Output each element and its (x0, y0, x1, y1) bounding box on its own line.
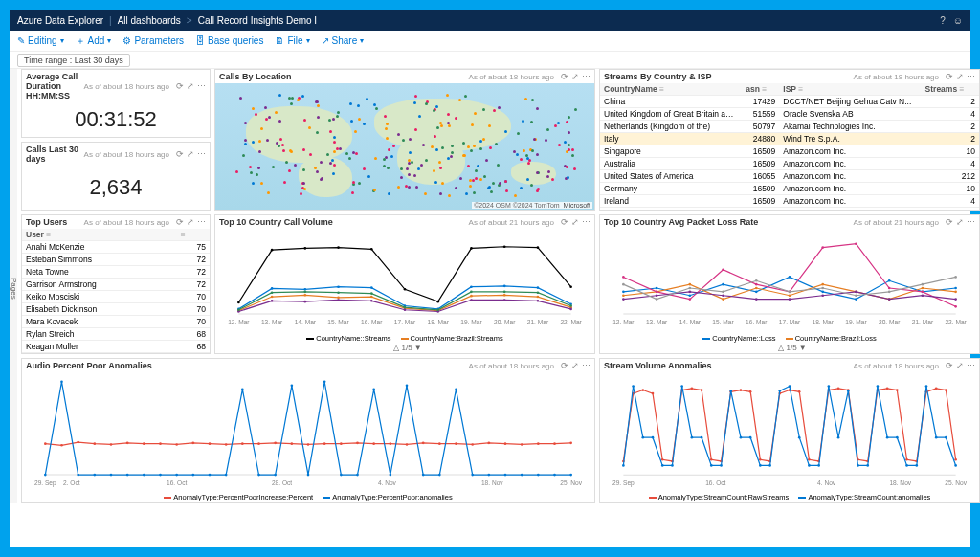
plus-icon: ＋ (76, 34, 85, 48)
svg-point-97 (855, 242, 858, 245)
table-row[interactable]: Keiko Mosciski70 (22, 291, 210, 303)
breadcrumb-root[interactable]: All dashboards (118, 15, 181, 26)
share-menu[interactable]: ↗Share▾ (322, 35, 365, 46)
svg-point-242 (945, 389, 947, 391)
table-row[interactable]: United Kingdom of Great Britain and...51… (600, 108, 979, 121)
refresh-icon[interactable]: ⟳ (176, 217, 184, 227)
refresh-icon[interactable]: ⟳ (561, 72, 568, 81)
expand-icon[interactable]: ⤢ (956, 72, 964, 81)
add-menu[interactable]: ＋Add▾ (76, 34, 112, 48)
isp-table[interactable]: CountryName ≡asn ≡ISP ≡Streams ≡China174… (600, 83, 979, 210)
table-row[interactable]: Australia16509Amazon.com Inc.4 (600, 158, 979, 170)
refresh-icon[interactable]: ⟳ (946, 217, 953, 227)
svg-text:16. Mar: 16. Mar (746, 319, 768, 325)
svg-point-157 (406, 443, 409, 446)
table-row[interactable]: Russian Federation51570JSC ER-Telecom Ho… (600, 208, 979, 211)
chart-stream-anomalies[interactable]: 29. Sep16. Oct4. Nov18. Nov25. Nov (600, 372, 979, 492)
more-icon[interactable]: ⋯ (967, 361, 975, 370)
table-row[interactable]: Esteban Simmons72 (22, 254, 210, 266)
table-row[interactable]: Garrison Armstrong72 (22, 278, 210, 291)
svg-point-272 (896, 436, 899, 439)
chart-packet-loss[interactable]: 12. Mar13. Mar14. Mar15. Mar16. Mar17. M… (600, 229, 979, 333)
table-row[interactable]: Mara Kovacek70 (22, 316, 210, 328)
expand-icon[interactable]: ⤢ (187, 217, 194, 227)
legend-item[interactable]: CountryName::Loss (702, 334, 775, 343)
svg-point-173 (126, 474, 129, 477)
legend-item[interactable]: AnomalyType:StreamCount:anomalies (798, 493, 930, 501)
more-icon[interactable]: ⋯ (197, 81, 206, 91)
col-header[interactable]: ≡ (177, 229, 210, 241)
table-row[interactable]: China17429DCCT/NET Beijing Gehua Catv N.… (600, 96, 979, 108)
time-range-chip[interactable]: Time range : Last 30 days (17, 54, 130, 67)
table-row[interactable]: Singapore16509Amazon.com Inc.10 (600, 145, 979, 158)
editing-toggle[interactable]: ✎Editing▾ (17, 35, 64, 46)
refresh-icon[interactable]: ⟳ (946, 361, 953, 370)
more-icon[interactable]: ⋯ (967, 217, 975, 227)
svg-point-71 (722, 283, 724, 286)
breadcrumb-current[interactable]: Call Record Insights Demo I (198, 15, 318, 26)
table-row[interactable]: Germany16509Amazon.com Inc.10 (600, 183, 979, 195)
table-row[interactable]: Netherlands (Kingdom of the)50797Akamai … (600, 121, 979, 133)
more-icon[interactable]: ⋯ (197, 149, 206, 159)
legend-item[interactable]: CountryName:Brazil:Loss (786, 334, 877, 343)
refresh-icon[interactable]: ⟳ (176, 149, 184, 159)
table-row[interactable]: Italy24880Wind Tre S.p.A.2 (600, 133, 979, 145)
file-menu[interactable]: 🗎File▾ (275, 35, 309, 46)
col-header[interactable]: User ≡ (22, 229, 177, 241)
refresh-icon[interactable]: ⟳ (176, 81, 184, 91)
svg-point-194 (471, 474, 474, 477)
refresh-icon[interactable]: ⟳ (561, 217, 568, 227)
expand-icon[interactable]: ⤢ (571, 72, 579, 81)
table-row[interactable]: Carter Legros68 (22, 353, 210, 354)
svg-text:16. Oct: 16. Oct (705, 479, 725, 486)
table-row[interactable]: Ireland16509Amazon.com Inc.4 (600, 195, 979, 208)
legend-item[interactable]: CountryName:Brazil:Streams (401, 334, 503, 343)
pages-sidebar-tab[interactable]: Pages (10, 69, 17, 503)
svg-point-166 (553, 442, 556, 445)
svg-point-271 (886, 436, 889, 439)
table-row[interactable]: Elisabeth Dickinson70 (22, 303, 210, 316)
svg-point-248 (661, 464, 664, 467)
table-row[interactable]: Keagan Muller68 (22, 341, 210, 353)
world-map[interactable]: ©2024 OSM ©2024 TomTom Microsoft (215, 83, 594, 210)
parameters-button[interactable]: ⚙Parameters (122, 35, 184, 46)
svg-point-75 (855, 298, 858, 301)
help-icon[interactable]: ? (940, 15, 946, 26)
legend-item[interactable]: AnomalyType:StreamCount:RawStreams (649, 493, 790, 501)
feedback-icon[interactable]: ☺ (953, 15, 963, 26)
expand-icon[interactable]: ⤢ (187, 149, 194, 159)
more-icon[interactable]: ⋯ (582, 361, 590, 370)
svg-point-35 (271, 300, 274, 302)
col-header[interactable]: Streams ≡ (922, 83, 979, 96)
svg-point-241 (935, 387, 938, 390)
more-icon[interactable]: ⋯ (582, 72, 590, 81)
svg-point-191 (422, 474, 425, 477)
more-icon[interactable]: ⋯ (967, 72, 975, 81)
expand-icon[interactable]: ⤢ (187, 81, 194, 91)
refresh-icon[interactable]: ⟳ (946, 72, 953, 81)
table-row[interactable]: United States of America16055Amazon.com … (600, 170, 979, 183)
col-header[interactable]: ISP ≡ (779, 83, 921, 96)
legend-item[interactable]: AnomalyType:PercentPoor:anomalies (323, 493, 452, 501)
svg-point-266 (837, 436, 840, 439)
legend-item[interactable]: CountryName::Streams (306, 334, 390, 343)
col-header[interactable]: CountryName ≡ (600, 83, 742, 96)
col-header[interactable]: asn ≡ (742, 83, 779, 96)
refresh-icon[interactable]: ⟳ (561, 361, 568, 370)
base-queries-button[interactable]: 🗄Base queries (195, 35, 263, 46)
svg-point-54 (537, 291, 540, 294)
table-row[interactable]: Anahi McKenzie75 (22, 241, 210, 254)
expand-icon[interactable]: ⤢ (571, 361, 579, 370)
more-icon[interactable]: ⋯ (582, 217, 590, 227)
table-row[interactable]: Rylan Streich68 (22, 328, 210, 341)
more-icon[interactable]: ⋯ (197, 217, 206, 227)
svg-point-259 (768, 464, 771, 467)
table-row[interactable]: Neta Towne72 (22, 266, 210, 278)
legend-item[interactable]: AnomalyType:PercentPoorIncrease:Percent (164, 493, 313, 501)
chart-audio-anomalies[interactable]: 29. Sep2. Oct16. Oct28. Oct4. Nov18. Nov… (22, 372, 594, 492)
users-table[interactable]: User ≡ ≡Anahi McKenzie75Esteban Simmons7… (22, 229, 210, 353)
chart-call-volume[interactable]: 12. Mar13. Mar14. Mar15. Mar16. Mar17. M… (215, 229, 594, 333)
expand-icon[interactable]: ⤢ (956, 361, 964, 370)
expand-icon[interactable]: ⤢ (571, 217, 579, 227)
expand-icon[interactable]: ⤢ (956, 217, 964, 227)
